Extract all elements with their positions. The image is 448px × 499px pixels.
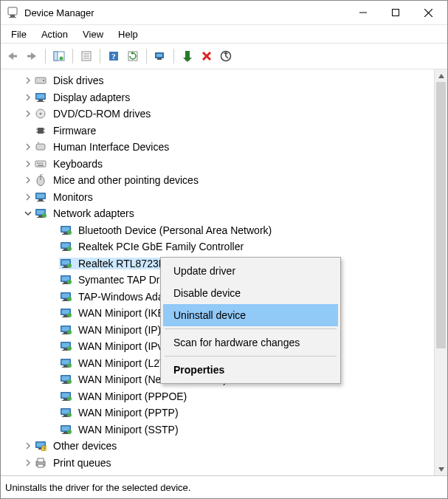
tree-category-label: Network adapters	[52, 207, 136, 219]
tree-device[interactable]: WAN Miniport (SSTP)	[1, 421, 434, 438]
device-category-icon	[34, 158, 47, 170]
expand-collapse-icon[interactable]	[23, 441, 33, 451]
tree-device[interactable]: Realtek PCIe GbE Family Controller	[1, 238, 434, 255]
context-menu-scan-hardware[interactable]: Scan for hardware changes	[163, 331, 338, 354]
tree-category[interactable]: Mice and other pointing devices	[1, 172, 434, 189]
tree-category[interactable]: ?Other devices	[1, 438, 434, 455]
svg-point-81	[67, 297, 72, 301]
tree-category-label: Other devices	[52, 440, 118, 452]
toolbar-refresh-button[interactable]	[124, 47, 142, 65]
svg-point-101	[67, 363, 72, 368]
network-adapter-icon	[59, 390, 72, 402]
window-controls	[347, 2, 444, 23]
tree-category[interactable]: Human Interface Devices	[1, 139, 434, 156]
toolbar-show-hide-button[interactable]	[50, 47, 68, 65]
svg-text:?: ?	[43, 447, 46, 451]
svg-rect-44	[41, 162, 43, 164]
svg-rect-2	[9, 17, 16, 18]
svg-rect-34	[38, 128, 44, 134]
tree-device-label: WAN Miniport (PPTP)	[77, 407, 180, 419]
svg-point-111	[67, 396, 72, 401]
tree-device-label: WAN Miniport (IPv	[77, 340, 165, 352]
toolbar-enable-button[interactable]	[179, 47, 196, 65]
menu-help[interactable]: Help	[111, 27, 145, 41]
tree-category-label: Mice and other pointing devices	[52, 174, 200, 186]
scroll-track[interactable]	[435, 82, 447, 463]
device-category-icon	[34, 75, 47, 86]
title-bar[interactable]: Device Manager	[1, 1, 447, 25]
expand-collapse-icon[interactable]	[23, 125, 33, 136]
tree-category[interactable]: Firmware	[1, 123, 434, 140]
tree-device-label: WAN Miniport (SSTP)	[77, 424, 180, 436]
toolbar-help-button[interactable]: ?	[105, 47, 123, 65]
toolbar-scan-button[interactable]	[217, 47, 235, 65]
context-menu-uninstall-device[interactable]: Uninstall device	[163, 304, 338, 326]
device-category-icon	[34, 141, 47, 153]
tree-category[interactable]: Monitors	[1, 189, 434, 206]
menu-file[interactable]: File	[4, 27, 34, 41]
device-category-icon	[34, 174, 47, 186]
scroll-down-button[interactable]	[435, 463, 447, 475]
network-adapter-icon	[59, 340, 72, 352]
tree-category-label: Display adapters	[52, 92, 131, 103]
context-menu-disable-device[interactable]: Disable device	[163, 282, 338, 304]
expand-collapse-icon[interactable]	[23, 175, 33, 185]
menu-action[interactable]: Action	[34, 27, 75, 41]
network-adapter-icon	[59, 324, 72, 336]
device-category-icon	[34, 108, 47, 120]
toolbar-properties-button[interactable]	[77, 47, 95, 65]
status-text: Uninstalls the driver for the selected d…	[5, 482, 190, 493]
toolbar-separator	[146, 49, 147, 63]
tree-device-label: WAN Miniport (L2T	[77, 357, 168, 369]
tree-category[interactable]: Network adapters	[1, 205, 434, 222]
context-menu-separator	[165, 328, 337, 329]
svg-rect-51	[37, 201, 44, 202]
scroll-up-button[interactable]	[435, 69, 447, 82]
tree-category-label: Keyboards	[52, 158, 104, 170]
tree-category[interactable]: Display adapters	[1, 89, 434, 106]
minimize-button[interactable]	[347, 2, 379, 23]
svg-rect-30	[38, 100, 43, 101]
expand-collapse-icon[interactable]	[23, 109, 33, 119]
svg-rect-21	[157, 58, 162, 60]
status-bar: Uninstalls the driver for the selected d…	[1, 475, 447, 498]
expand-collapse-icon[interactable]	[23, 458, 33, 468]
close-button[interactable]	[412, 2, 444, 23]
content-area: Disk drivesDisplay adaptersDVD/CD-ROM dr…	[1, 69, 447, 475]
svg-rect-1	[10, 15, 15, 17]
vertical-scrollbar[interactable]	[434, 69, 447, 475]
expand-collapse-icon[interactable]	[23, 192, 33, 202]
menu-view[interactable]: View	[75, 27, 111, 41]
network-adapter-icon	[59, 291, 72, 303]
svg-rect-49	[37, 193, 45, 198]
svg-rect-8	[27, 55, 32, 58]
tree-category[interactable]: Keyboards	[1, 156, 434, 173]
tree-category[interactable]: Disk drives	[1, 72, 434, 89]
svg-point-27	[43, 80, 44, 81]
toolbar-update-driver-button[interactable]	[151, 47, 169, 65]
expand-collapse-icon[interactable]	[23, 142, 33, 152]
scroll-thumb[interactable]	[436, 82, 446, 348]
expand-collapse-icon[interactable]	[23, 208, 33, 218]
context-menu-update-driver[interactable]: Update driver	[163, 260, 338, 282]
expand-collapse-icon[interactable]	[23, 75, 33, 86]
tree-category[interactable]: DVD/CD-ROM drives	[1, 106, 434, 123]
maximize-button[interactable]	[379, 2, 412, 23]
toolbar-forward-button[interactable]	[23, 47, 41, 65]
tree-device[interactable]: WAN Miniport (PPTP)	[1, 405, 434, 421]
device-category-icon	[34, 92, 47, 103]
menu-bar: File Action View Help	[1, 25, 447, 43]
expand-collapse-icon[interactable]	[23, 159, 33, 169]
tree-category[interactable]: Print queues	[1, 455, 434, 472]
toolbar-uninstall-button[interactable]	[198, 47, 216, 65]
tree-device[interactable]: Bluetooth Device (Personal Area Network)	[1, 222, 434, 239]
tree-device[interactable]: WAN Miniport (PPPOE)	[1, 388, 434, 405]
window-title: Device Manager	[24, 7, 347, 18]
toolbar-back-button[interactable]	[4, 47, 21, 65]
tree-category-label: DVD/CD-ROM drives	[52, 108, 152, 120]
context-menu-properties[interactable]: Properties	[163, 359, 338, 381]
tree-device-label: Realtek PCIe GbE Family Controller	[77, 241, 245, 252]
expand-collapse-icon[interactable]	[23, 92, 33, 103]
network-adapter-icon	[59, 407, 72, 419]
network-adapter-icon	[59, 424, 72, 436]
